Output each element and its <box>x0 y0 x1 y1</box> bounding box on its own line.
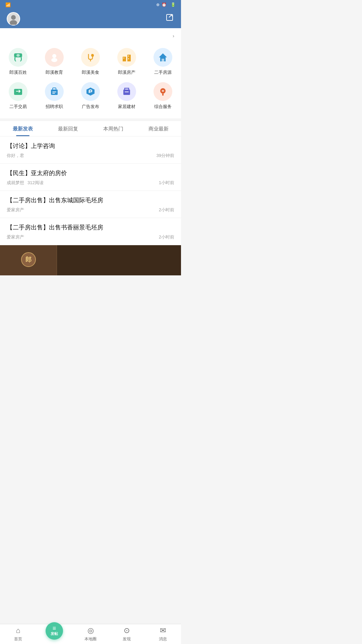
category-item-baixing[interactable]: 郎溪百姓 <box>0 45 36 79</box>
svg-rect-14 <box>128 55 129 57</box>
cat-label-zonghe: 综合服务 <box>154 104 172 110</box>
cat-icon-ershoujiaoyi <box>9 82 27 101</box>
post-list: 【讨论】上学咨询 你好，君 39分钟前 【民生】亚太府的房价 成就梦想 312阅… <box>0 137 181 245</box>
cat-icon-ershoufangyuan <box>154 48 172 67</box>
cat-icon-jiaoyu <box>45 48 64 67</box>
svg-rect-22 <box>125 92 129 92</box>
cat-icon-meishi <box>81 48 100 67</box>
post-title: 【二手房出售】出售书香丽景毛坯房 <box>7 223 174 231</box>
ad-logo: 郎 <box>21 252 36 267</box>
category-item-jiaoyu[interactable]: 郎溪教育 <box>36 45 72 79</box>
ad-banner[interactable]: 郎 <box>0 245 181 275</box>
cat-icon-guanggao <box>81 82 100 101</box>
post-author: 成就梦想 <box>7 180 24 186</box>
post-meta-left: 爱家房产 <box>7 234 24 240</box>
post-meta: 你好，君 39分钟前 <box>7 153 174 159</box>
post-meta-left: 成就梦想 312阅读 <box>7 180 44 186</box>
chevron-right-icon: › <box>173 33 174 39</box>
post-time: 1小时前 <box>159 180 174 186</box>
status-bar: 📶 ⊕ ⏰ 🔋 <box>0 0 181 9</box>
post-time: 39分钟前 <box>157 153 174 159</box>
svg-rect-17 <box>14 89 22 95</box>
svg-rect-13 <box>123 57 124 59</box>
category-item-zhaopin[interactable]: 招聘求职 <box>36 79 72 113</box>
cat-label-baixing: 郎溪百姓 <box>9 69 27 75</box>
cat-icon-zonghe <box>154 82 172 101</box>
post-meta: 爱家房产 2小时前 <box>7 234 174 240</box>
status-battery: ⊕ ⏰ 🔋 <box>156 2 176 7</box>
user-avatar[interactable] <box>7 12 20 25</box>
svg-rect-20 <box>52 93 55 94</box>
tab-huifu[interactable]: 最新回复 <box>45 121 90 136</box>
category-item-jiaju[interactable]: 家居建材 <box>109 79 145 113</box>
signal-icon: 📶 <box>5 2 11 7</box>
post-title: 【二手房出售】出售东城国际毛坯房 <box>7 196 174 204</box>
post-item-4[interactable]: 【二手房出售】出售书香丽景毛坯房 爱家房产 2小时前 <box>0 218 181 245</box>
tab-zuixin[interactable]: 最新发表 <box>0 121 45 136</box>
post-meta-left: 爱家房产 <box>7 207 24 213</box>
alarm-icon: ⏰ <box>162 2 167 7</box>
more-button[interactable]: › <box>172 33 174 39</box>
post-author: 爱家房产 <box>7 234 24 240</box>
post-item-3[interactable]: 【二手房出售】出售东城国际毛坯房 爱家房产 2小时前 <box>0 191 181 218</box>
cat-label-ershoufangyuan: 二手房源 <box>154 69 172 75</box>
tabs-bar: 最新发表最新回复本周热门商业最新 <box>0 121 181 137</box>
svg-rect-24 <box>162 94 164 96</box>
post-meta-left: 你好，君 <box>7 153 24 159</box>
category-grid: 郎溪百姓 郎溪教育 郎溪美食 郎溪房产 二手房源 二手交易 招聘求职 <box>0 41 181 118</box>
post-time: 2小时前 <box>159 207 174 213</box>
cat-icon-fangchan <box>117 48 136 67</box>
svg-point-6 <box>16 54 20 57</box>
cat-label-meishi: 郎溪美食 <box>82 69 99 75</box>
battery-icon: 🔋 <box>171 2 176 7</box>
post-meta: 成就梦想 312阅读 1小时前 <box>7 180 174 186</box>
post-title: 【讨论】上学咨询 <box>7 142 174 150</box>
category-item-ershoufangyuan[interactable]: 二手房源 <box>145 45 181 79</box>
app-header <box>0 9 181 28</box>
svg-point-1 <box>11 15 16 20</box>
ad-hotel-info: 郎 <box>0 245 57 275</box>
post-author: 爱家房产 <box>7 207 24 213</box>
status-carrier: 📶 <box>5 2 13 7</box>
post-time: 2小时前 <box>159 234 174 240</box>
category-item-ershoujiaoyi[interactable]: 二手交易 <box>0 79 36 113</box>
category-item-fangchan[interactable]: 郎溪房产 <box>109 45 145 79</box>
cat-label-guanggao: 广告发布 <box>82 104 99 110</box>
cat-label-fangchan: 郎溪房产 <box>118 69 135 75</box>
cat-label-jiaoyu: 郎溪教育 <box>46 69 63 75</box>
svg-rect-19 <box>52 92 56 92</box>
tab-shangye[interactable]: 商业最新 <box>136 121 181 136</box>
tab-remen[interactable]: 本周热门 <box>90 121 136 136</box>
cat-label-jiaju: 家居建材 <box>118 104 135 110</box>
post-item-2[interactable]: 【民生】亚太府的房价 成就梦想 312阅读 1小时前 <box>0 164 181 191</box>
cat-label-ershoujiaoyi: 二手交易 <box>9 104 27 110</box>
category-item-guanggao[interactable]: 广告发布 <box>72 79 109 113</box>
featured-section-header: › <box>0 28 181 41</box>
post-meta: 爱家房产 2小时前 <box>7 207 174 213</box>
category-item-zonghe[interactable]: 综合服务 <box>145 79 181 113</box>
category-item-meishi[interactable]: 郎溪美食 <box>72 45 109 79</box>
svg-line-5 <box>169 14 172 17</box>
svg-point-8 <box>51 58 57 62</box>
ad-content <box>57 260 181 261</box>
svg-point-7 <box>52 54 56 58</box>
post-item-1[interactable]: 【讨论】上学咨询 你好，君 39分钟前 <box>0 137 181 164</box>
cat-label-zhaopin: 招聘求职 <box>46 104 63 110</box>
location-icon: ⊕ <box>156 2 160 7</box>
svg-rect-16 <box>162 59 164 61</box>
post-reads: 312阅读 <box>27 180 44 186</box>
post-title: 【民生】亚太府的房价 <box>7 169 174 177</box>
cat-icon-jiaju <box>117 82 136 101</box>
cat-icon-zhaopin <box>45 82 64 101</box>
edit-icon[interactable] <box>166 13 174 24</box>
svg-rect-15 <box>128 58 129 59</box>
post-author: 你好，君 <box>7 153 24 159</box>
cat-icon-baixing <box>9 48 27 67</box>
